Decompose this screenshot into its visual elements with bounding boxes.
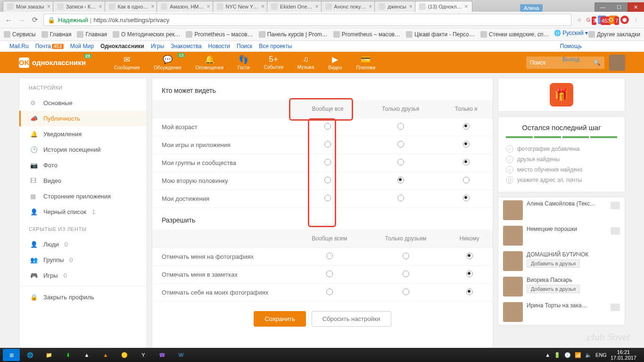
- radio[interactable]: [463, 177, 470, 183]
- radio[interactable]: [403, 253, 409, 259]
- radio[interactable]: [397, 123, 404, 130]
- radio[interactable]: [463, 159, 470, 165]
- adblock-icon[interactable]: ⬢: [620, 16, 629, 24]
- mailru-link[interactable]: Новости: [208, 43, 230, 49]
- sidebar-item[interactable]: 📷Фото: [19, 157, 147, 173]
- tray-icon[interactable]: 🕖: [564, 352, 571, 358]
- friend-item[interactable]: Виорика ПаскарьДобавить в друзья: [498, 274, 625, 299]
- mailru-link[interactable]: Одноклассники: [100, 43, 144, 49]
- tray-lang[interactable]: ENG: [595, 352, 607, 358]
- ok-nav-item[interactable]: 5+События: [264, 55, 283, 70]
- ok-nav-item[interactable]: 🔔Оповещения: [195, 55, 223, 70]
- back-button[interactable]: ←: [4, 16, 13, 24]
- radio[interactable]: [326, 253, 333, 259]
- browser-tab[interactable]: Ekiden One…×: [267, 1, 323, 12]
- ok-nav-item[interactable]: 💳Платежи: [356, 55, 375, 70]
- bookmark-item[interactable]: Панель курсів | Prom…: [259, 31, 328, 38]
- sidebar-item[interactable]: 🔔Уведомления: [19, 126, 147, 142]
- radio[interactable]: [463, 123, 470, 130]
- bookmark-item[interactable]: Prometheus – масов…: [333, 31, 400, 38]
- task-word[interactable]: W: [173, 349, 190, 361]
- ok-logo[interactable]: OK одноклассники 23: [19, 58, 86, 68]
- mailru-link[interactable]: Знакомства: [171, 43, 201, 49]
- task-viber[interactable]: ☎: [154, 349, 171, 361]
- mailru-link[interactable]: Mail.Ru: [9, 43, 29, 49]
- browser-tab[interactable]: джинсы×: [374, 1, 416, 12]
- mailru-link[interactable]: Все проекты: [259, 43, 292, 49]
- radio[interactable]: [324, 177, 331, 183]
- browser-tab[interactable]: Записи ‹ К…×: [53, 1, 107, 12]
- radio[interactable]: [397, 159, 404, 165]
- tray-icon[interactable]: 🔋: [554, 352, 561, 358]
- sidebar-item-lock-profile[interactable]: 🔒 Закрыть профиль: [19, 289, 147, 305]
- radio[interactable]: [466, 288, 473, 295]
- sidebar-item[interactable]: 📣Публичность: [19, 111, 147, 126]
- ok-nav-item[interactable]: ✉Сообщения: [114, 55, 140, 70]
- browser-tab[interactable]: (13) Однокл…×: [415, 1, 472, 12]
- help-link[interactable]: Помощь: [560, 43, 582, 49]
- tab-close-icon[interactable]: ×: [369, 3, 372, 10]
- bookmark-item[interactable]: Главная: [77, 31, 107, 38]
- tray-icon[interactable]: 🔈: [585, 352, 592, 358]
- radio[interactable]: [403, 288, 409, 295]
- add-friend-button[interactable]: Добавить в друзья: [527, 259, 580, 268]
- mailru-link[interactable]: Мой Мир: [70, 43, 94, 49]
- sidebar-item[interactable]: ▦Сторонние приложения: [19, 189, 147, 204]
- ok-nav-item[interactable]: 💬Обсуждения13: [154, 55, 181, 70]
- close-button[interactable]: ✕: [627, 2, 644, 12]
- task-yandex[interactable]: Y: [135, 349, 152, 361]
- task-store[interactable]: ⬇: [59, 349, 76, 361]
- message-icon[interactable]: [611, 227, 620, 235]
- tab-close-icon[interactable]: ×: [465, 3, 468, 10]
- ext-icon[interactable]: G7: [586, 16, 595, 24]
- checklist-item[interactable]: @укажите адрес эл. почты: [506, 175, 617, 185]
- radio[interactable]: [397, 141, 404, 148]
- gift-banner[interactable]: 🎁: [498, 78, 625, 112]
- search-input[interactable]: Поиск 🔍: [526, 57, 604, 69]
- message-icon[interactable]: [611, 304, 620, 311]
- tab-close-icon[interactable]: ×: [261, 3, 264, 10]
- forward-button[interactable]: →: [17, 16, 26, 24]
- sidebar-item[interactable]: 👥Группы 0: [19, 252, 147, 268]
- ok-nav-item[interactable]: 👣Гости: [238, 55, 249, 70]
- message-icon[interactable]: [611, 202, 620, 209]
- mailru-link[interactable]: Поиск: [237, 43, 252, 49]
- maximize-button[interactable]: ☐: [611, 2, 627, 12]
- friend-item[interactable]: ДОМАШНИЙ БУТИЧОКДобавить в друзья: [498, 248, 625, 274]
- ok-nav-item[interactable]: ▶Видео: [328, 55, 342, 70]
- tray-time[interactable]: 16:21: [611, 349, 636, 355]
- task-explorer[interactable]: 📁: [41, 349, 58, 361]
- radio[interactable]: [397, 177, 404, 183]
- radio[interactable]: [324, 195, 331, 201]
- tab-close-icon[interactable]: ×: [409, 3, 413, 10]
- friend-item[interactable]: Алина Самойлова (Текс…: [498, 197, 625, 223]
- browser-tab[interactable]: Как в одно…×: [105, 1, 159, 12]
- radio[interactable]: [397, 195, 404, 201]
- sidebar-item[interactable]: 🕑История посещений: [19, 142, 147, 157]
- browser-tab[interactable]: NYC New Y…×: [213, 1, 269, 12]
- tray-icon[interactable]: ▲: [545, 352, 550, 358]
- ok-nav-item[interactable]: ♫Музыка: [297, 55, 314, 70]
- tray-date[interactable]: 17.01.2017: [611, 355, 636, 361]
- task-ie[interactable]: 🌐: [22, 349, 39, 361]
- tab-close-icon[interactable]: ×: [151, 3, 154, 10]
- tab-close-icon[interactable]: ×: [47, 3, 50, 10]
- tab-close-icon[interactable]: ×: [315, 3, 319, 10]
- bookmark-item[interactable]: Prometheus – масов…: [186, 31, 253, 38]
- add-friend-button[interactable]: Добавить в друзья: [527, 285, 580, 293]
- avatar[interactable]: [609, 55, 625, 71]
- lang-selector[interactable]: 🌐 Русский ▾: [554, 30, 588, 36]
- save-button[interactable]: Сохранить: [254, 311, 306, 327]
- chrome-user-chip[interactable]: Алина: [520, 4, 543, 12]
- tab-close-icon[interactable]: ×: [99, 3, 102, 10]
- radio[interactable]: [463, 195, 470, 201]
- radio[interactable]: [403, 271, 409, 277]
- browser-tab[interactable]: Мои заказы×: [3, 1, 55, 12]
- radio[interactable]: [324, 123, 331, 130]
- bookmark-item[interactable]: Сервисы: [4, 31, 36, 38]
- ext-icon[interactable]: O7: [609, 16, 618, 24]
- tab-close-icon[interactable]: ×: [207, 3, 210, 10]
- sidebar-item[interactable]: 👤Черный список 1: [19, 204, 147, 220]
- friend-item[interactable]: Немецкие порошки: [498, 223, 625, 248]
- start-button[interactable]: ⊞: [3, 349, 20, 361]
